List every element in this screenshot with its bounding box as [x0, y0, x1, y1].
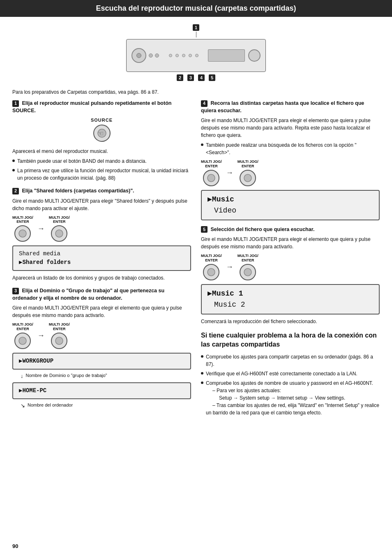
bullet-dot [201, 143, 203, 146]
device-illustration: 1 [12, 24, 380, 81]
step-5-block: 5 Selección del fichero que quiera escuc… [201, 226, 380, 325]
problem-bullet-2: Verifique que el AG-H600NT esté correcta… [201, 370, 380, 377]
step-2-title: 2 Elija "Shared folders (carpetas compar… [12, 187, 191, 195]
page-title: Escucha del reproductor musical (carpeta… [96, 4, 296, 12]
display-music2: Music 2 [208, 299, 373, 310]
step-1-body: Aparecerá el menú del reproductor musica… [12, 148, 191, 155]
problem-bullet-3: Compruebe los ajustes de nombre de usuar… [201, 379, 380, 416]
jog-icon-left-4 [203, 169, 220, 187]
display-video: Video [208, 205, 373, 216]
arrow-2: → [37, 224, 45, 233]
step-nums-row: 2 3 4 5 [126, 74, 266, 81]
svg-point-16 [208, 268, 215, 276]
two-column-layout: 1 Elija el reproductor musical pulsando … [12, 100, 380, 422]
svg-point-18 [244, 268, 251, 276]
arrow-3: → [37, 331, 45, 340]
callout-5: 5 [209, 74, 215, 81]
step-3-title: 3 Elija el Dominio o "Grupo de trabajo" … [12, 287, 191, 302]
step-1-bullet-2: La primera vez que utilice la función de… [12, 167, 191, 182]
problem-section: Si tiene cualquier problema a la hora de… [201, 331, 380, 417]
source-label: SOURCE [12, 118, 191, 123]
svg-point-6 [55, 230, 63, 237]
jog-right-4: MULTI JOG/ENTER [238, 160, 258, 187]
step-1-num: 1 [12, 100, 19, 107]
svg-point-12 [208, 174, 215, 182]
left-column: 1 Elija el reproductor musical pulsando … [12, 100, 191, 422]
callout-3: 3 [187, 74, 194, 81]
jog-right-2: MULTI JOG/ENTER [49, 215, 70, 243]
intro-text: Para los preparativos de Carpetas compar… [12, 88, 380, 96]
problem-heading: Si tiene cualquier problema a la hora de… [201, 331, 380, 349]
jog-left-3: MULTI JOG/ENTER [12, 322, 33, 349]
svg-point-10 [55, 337, 63, 345]
bullet-dot [201, 382, 203, 384]
bullet-dot [201, 355, 203, 358]
jog-left-2: MULTI JOG/ENTER [12, 215, 33, 243]
step-4-bullet: También puede realizar una búsqueda de l… [201, 141, 380, 156]
step-1-title: 1 Elija el reproductor musical pulsando … [12, 100, 191, 114]
svg-point-14 [244, 174, 251, 182]
source-icon: ☜ [91, 124, 113, 142]
step-2-jog-pair: MULTI JOG/ENTER → MULTI JOG/ENTER [12, 215, 191, 243]
step-1-block: 1 Elija el reproductor musical pulsando … [12, 100, 191, 182]
step-5-display: ▶Music 1 Music 2 [201, 284, 380, 314]
jog-icon-right-4 [239, 169, 256, 187]
step-2-caption: Aparecerá un listado de los dominios y g… [12, 274, 191, 282]
jog-left-5: MULTI JOG/ENTER [201, 254, 222, 281]
step-5-title: 5 Selección del fichero que quiera escuc… [201, 226, 380, 234]
step-3-body: Gire el mando MULTI JOG/ENTER para elegi… [12, 304, 191, 319]
display-homepc: ▶HOME-PC [19, 386, 184, 395]
step-5-caption: Comenzará la reproducción del fichero se… [201, 318, 380, 325]
annotation-2: ↘ Nombre del ordenador [21, 402, 191, 409]
step-4-block: 4 Recorra las distintas carpetas hasta q… [201, 100, 380, 220]
device-knob-left [131, 48, 146, 63]
jog-icon-right-5 [239, 264, 256, 281]
problem-bullet-1: Compruebe los ajustes para compartir car… [201, 353, 380, 368]
step-2-body: Gire el mando MULTI JOG/ENTER para elegi… [12, 197, 191, 212]
callout-4: 4 [198, 74, 205, 81]
right-column: 4 Recorra las distintas carpetas hasta q… [201, 100, 380, 422]
jog-right-5: MULTI JOG/ENTER [238, 254, 258, 281]
device-dots [163, 54, 204, 57]
device-display [208, 49, 245, 62]
device-knob-right [248, 49, 261, 62]
display-music1: ▶Music 1 [208, 288, 373, 299]
step-1-bullet-1: También puede usar el botón BAND del man… [12, 157, 191, 165]
jog-left-4: MULTI JOG/ENTER [201, 160, 222, 187]
step-3-display-1: ▶WORKGROUP [12, 353, 191, 370]
step-3-block: 3 Elija el Dominio o "Grupo de trabajo" … [12, 287, 191, 409]
jog-icon-left-5 [203, 264, 220, 281]
callout-2: 2 [177, 74, 183, 81]
display-line-1: Shared media [19, 250, 184, 258]
callout-1: 1 [193, 24, 199, 31]
step-4-display: ▶Music Video [201, 190, 380, 220]
svg-point-8 [19, 337, 26, 345]
bullet-dot [201, 372, 203, 375]
step-4-title: 4 Recorra las distintas carpetas hasta q… [201, 100, 380, 114]
jog-icon-right-2 [51, 225, 68, 242]
display-workgroup: ▶WORKGROUP [19, 357, 184, 365]
step-3-num: 3 [12, 288, 19, 294]
device-img: 1 [126, 24, 266, 81]
svg-point-4 [19, 230, 26, 237]
svg-text:☜: ☜ [98, 130, 104, 137]
step-5-num: 5 [201, 226, 208, 233]
step-4-body: Gire el mando MULTI JOG/ENTER para elegi… [201, 117, 380, 139]
arrow-4: → [226, 169, 233, 177]
page-header: Escucha del reproductor musical (carpeta… [0, 0, 392, 17]
display-line-2: ▶Shared folders [19, 258, 184, 267]
source-block: SOURCE ☜ [12, 118, 191, 143]
step-5-body: Gire el mando MULTI JOG/ENTER para elegi… [201, 236, 380, 250]
step-5-jog-pair: MULTI JOG/ENTER → MULTI JOG/ENTER [201, 254, 380, 281]
step-3-jog-pair: MULTI JOG/ENTER → MULTI JOG/ENTER [12, 322, 191, 349]
bullet-dot [12, 169, 15, 171]
annotation-1: ↓ Nombre de Dominio o "grupo de trabajo" [21, 373, 191, 379]
page-number: 90 [12, 543, 18, 549]
arrow-5: → [226, 263, 233, 271]
display-music: ▶Music [208, 194, 373, 205]
device-small-circles [149, 53, 159, 58]
step-2-display: Shared media ▶Shared folders [12, 245, 191, 271]
jog-icon-left-2 [14, 225, 31, 242]
step-4-jog-pair: MULTI JOG/ENTER → MULTI JOG/ENTER [201, 160, 380, 187]
jog-right-3: MULTI JOG/ENTER [49, 322, 70, 349]
